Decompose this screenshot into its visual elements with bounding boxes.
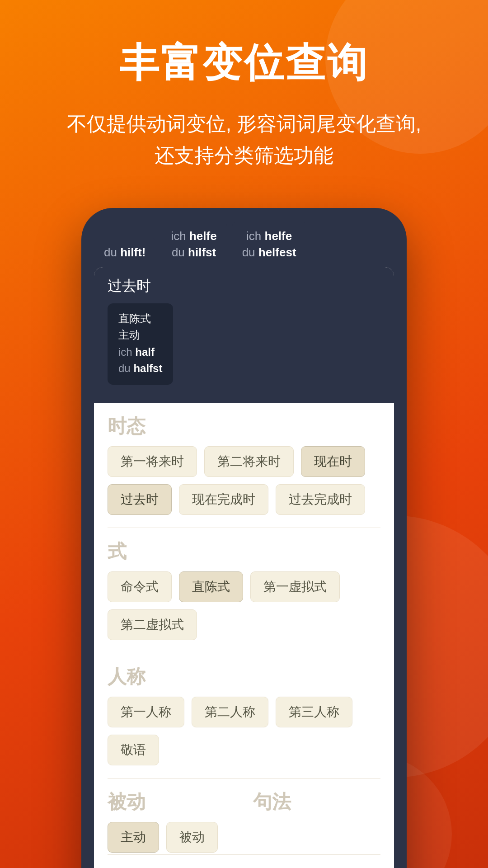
filter-syntax: 句法 — [253, 789, 380, 822]
person-chips: 第一人称 第二人称 第三人称 敬语 — [108, 697, 380, 765]
screen-filters: 时态 第一将来时 第二将来时 现在时 过去时 现在完成时 过去完成时 式 — [94, 403, 394, 868]
indicator-card: 直陈式 主动 ich half du halfst — [108, 303, 173, 385]
past-tense-label: 过去时 — [108, 276, 380, 296]
chip-first-person[interactable]: 第一人称 — [108, 697, 184, 727]
chip-present[interactable]: 现在时 — [301, 446, 365, 477]
person-title: 人称 — [108, 664, 380, 689]
tooltip-chip-3: ich helfe du helfest — [232, 222, 306, 267]
chip-future1[interactable]: 第一将来时 — [108, 446, 197, 477]
chip-third-person[interactable]: 第三人称 — [276, 697, 352, 727]
indicator-line2: du halfst — [118, 360, 162, 377]
divider-3 — [108, 778, 380, 778]
divider-1 — [108, 528, 380, 528]
two-col-row: 被动 主动 被动 句法 — [108, 789, 380, 853]
divider-4 — [108, 854, 380, 855]
filter-tense: 时态 第一将来时 第二将来时 现在时 过去时 现在完成时 过去完成时 — [108, 414, 380, 515]
syntax-title: 句法 — [253, 789, 380, 815]
filter-voice: 被动 主动 被动 — [108, 789, 235, 853]
subtitle: 不仅提供动词变位, 形容词词尾变化查询,还支持分类筛选功能 — [40, 108, 449, 172]
divider-2 — [108, 653, 380, 653]
phone-mockup: du hilft! ich helfe du hilfst ich helfe … — [81, 208, 407, 868]
indicator-mode: 直陈式 — [118, 311, 162, 326]
chip-indicative[interactable]: 直陈式 — [179, 571, 243, 602]
tooltip-bar: du hilft! ich helfe du hilfst ich helfe … — [94, 222, 394, 267]
plural-title: 复数 — [108, 866, 380, 868]
phone-screen: 过去时 直陈式 主动 ich half du halfst 时态 — [94, 267, 394, 868]
chip-subj2[interactable]: 第二虚拟式 — [108, 609, 197, 640]
tooltip-chip-1: du hilft! — [94, 238, 155, 267]
main-title: 丰富变位查询 — [119, 36, 369, 90]
chip-subj1[interactable]: 第一虚拟式 — [250, 571, 340, 602]
chip-imperative[interactable]: 命令式 — [108, 571, 172, 602]
filter-mode: 式 命令式 直陈式 第一虚拟式 第二虚拟式 — [108, 539, 380, 640]
page-container: 丰富变位查询 不仅提供动词变位, 形容词词尾变化查询,还支持分类筛选功能 du … — [0, 0, 488, 868]
chip-passive[interactable]: 被动 — [166, 822, 218, 853]
voice-title: 被动 — [108, 789, 235, 815]
chip-active[interactable]: 主动 — [108, 822, 159, 853]
chip-perfect[interactable]: 现在完成时 — [179, 484, 268, 515]
chip-formal[interactable]: 敬语 — [108, 735, 159, 765]
tense-title: 时态 — [108, 414, 380, 439]
indicator-line1: ich half — [118, 344, 162, 360]
screen-top-dark: 过去时 直陈式 主动 ich half du halfst — [94, 267, 394, 403]
mode-chips: 命令式 直陈式 第一虚拟式 第二虚拟式 — [108, 571, 380, 640]
filter-person: 人称 第一人称 第二人称 第三人称 敬语 — [108, 664, 380, 765]
tooltip-chip-2: ich helfe du hilfst — [161, 222, 226, 267]
chip-past[interactable]: 过去时 — [108, 484, 172, 515]
indicator-voice: 主动 — [118, 328, 162, 342]
tense-chips: 第一将来时 第二将来时 现在时 过去时 现在完成时 过去完成时 — [108, 446, 380, 515]
chip-pluperfect[interactable]: 过去完成时 — [276, 484, 365, 515]
chip-future2[interactable]: 第二将来时 — [204, 446, 294, 477]
chip-second-person[interactable]: 第二人称 — [192, 697, 268, 727]
filter-plural: 复数 单数 复数 — [108, 866, 380, 868]
voice-chips: 主动 被动 — [108, 822, 235, 853]
mode-title: 式 — [108, 539, 380, 564]
